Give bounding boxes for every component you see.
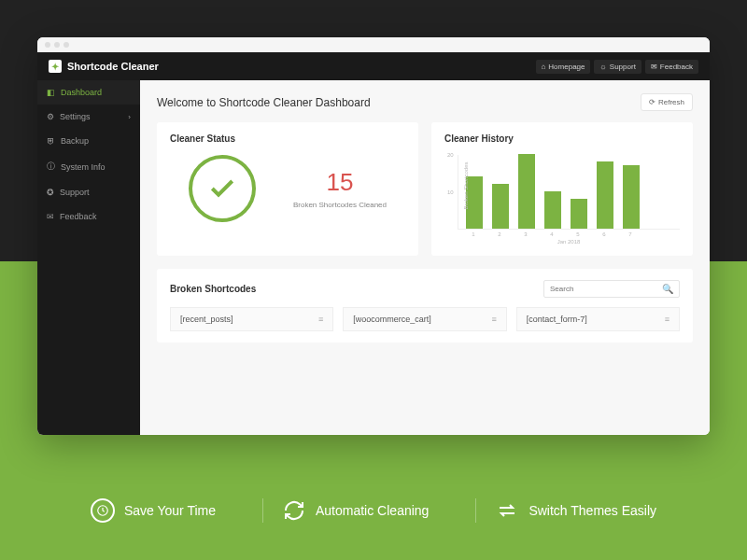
chat-icon: ✉ xyxy=(47,212,54,221)
chart-xlabel: Jan 2018 xyxy=(458,239,680,245)
sidebar: ◧Dashboard ⚙Settings› ⛨Backup ⓘSystem In… xyxy=(37,80,140,435)
window-titlebar xyxy=(37,37,710,52)
chart-bar xyxy=(544,191,561,229)
brand-icon: ✦ xyxy=(49,60,62,73)
card-title: Broken Shortcodes xyxy=(170,284,256,294)
refresh-icon: ⟳ xyxy=(649,98,655,106)
sidebar-item-settings[interactable]: ⚙Settings› xyxy=(37,105,140,129)
card-title: Cleaner Status xyxy=(170,133,405,144)
backup-icon: ⛨ xyxy=(47,136,55,146)
topbar: ✦ Shortcode Cleaner ⌂Homepage ☼Support ✉… xyxy=(37,52,710,80)
support-icon: ✪ xyxy=(47,188,54,197)
chart-bar xyxy=(623,165,640,229)
feature-strip: Save Your Time Automatic Cleaning Switch… xyxy=(0,498,747,523)
history-bar-chart: Broken Shortcodes 1020 xyxy=(458,155,680,230)
chart-bar xyxy=(518,154,535,229)
page-title: Welcome to Shortcode Cleaner Dashboard xyxy=(157,96,371,109)
support-icon: ☼ xyxy=(599,63,606,71)
search-icon: 🔍 xyxy=(662,284,673,294)
feedback-link[interactable]: ✉Feedback xyxy=(645,60,698,74)
feedback-icon: ✉ xyxy=(651,63,657,71)
search-field[interactable]: 🔍 xyxy=(543,280,680,298)
chevron-right-icon: › xyxy=(128,113,131,121)
menu-icon: ≡ xyxy=(665,315,669,324)
chart-bar xyxy=(597,161,613,229)
chart-bar xyxy=(571,199,587,229)
chart-ylabel: Broken Shortcodes xyxy=(463,161,469,209)
chart-bar xyxy=(466,176,483,229)
feature-auto-clean: Automatic Cleaning xyxy=(262,498,447,523)
info-icon: ⓘ xyxy=(47,161,55,173)
dashboard-icon: ◧ xyxy=(47,88,55,97)
gear-icon: ⚙ xyxy=(47,112,54,121)
chart-bar xyxy=(492,184,509,229)
main-content: Welcome to Shortcode Cleaner Dashboard ⟳… xyxy=(140,80,710,435)
broken-shortcodes-card: Broken Shortcodes 🔍 [recent_posts]≡[wooc… xyxy=(157,269,693,343)
brand-title: Shortcode Cleaner xyxy=(67,61,159,72)
brand: ✦ Shortcode Cleaner xyxy=(49,60,159,73)
refresh-button[interactable]: ⟳Refresh xyxy=(641,93,693,111)
feature-switch-themes: Switch Themes Easily xyxy=(475,498,675,523)
homepage-link[interactable]: ⌂Homepage xyxy=(536,60,591,74)
card-title: Cleaner History xyxy=(444,133,680,144)
sidebar-item-systeminfo[interactable]: ⓘSystem Info xyxy=(37,153,140,180)
home-icon: ⌂ xyxy=(542,63,546,71)
window-button[interactable] xyxy=(63,42,69,48)
broken-count-label: Broken Shortcodes Cleaned xyxy=(293,201,387,209)
menu-icon: ≡ xyxy=(318,315,323,324)
shortcode-item[interactable]: [contact_form-7]≡ xyxy=(516,307,680,331)
cleaner-status-card: Cleaner Status 15 Broken Shortcodes Clea… xyxy=(157,122,418,256)
swap-icon xyxy=(495,498,519,523)
broken-count: 15 xyxy=(293,168,387,197)
feature-save-time: Save Your Time xyxy=(72,498,234,523)
toplinks: ⌂Homepage ☼Support ✉Feedback xyxy=(536,60,699,74)
clock-icon xyxy=(91,498,115,523)
search-input[interactable] xyxy=(550,285,625,293)
cleaner-history-card: Cleaner History Broken Shortcodes 1020 1… xyxy=(431,122,693,256)
support-link[interactable]: ☼Support xyxy=(594,60,641,74)
app-window: ✦ Shortcode Cleaner ⌂Homepage ☼Support ✉… xyxy=(37,37,710,435)
success-check-icon xyxy=(189,155,256,222)
menu-icon: ≡ xyxy=(491,315,496,324)
window-button[interactable] xyxy=(45,42,50,48)
sidebar-item-dashboard[interactable]: ◧Dashboard xyxy=(37,80,140,105)
sidebar-item-support[interactable]: ✪Support xyxy=(37,180,140,204)
shortcode-item[interactable]: [woocommerce_cart]≡ xyxy=(343,307,506,331)
sidebar-item-feedback[interactable]: ✉Feedback xyxy=(37,204,140,229)
shortcode-item[interactable]: [recent_posts]≡ xyxy=(170,307,333,331)
sync-icon xyxy=(282,498,306,523)
window-button[interactable] xyxy=(54,42,60,48)
sidebar-item-backup[interactable]: ⛨Backup xyxy=(37,129,140,153)
